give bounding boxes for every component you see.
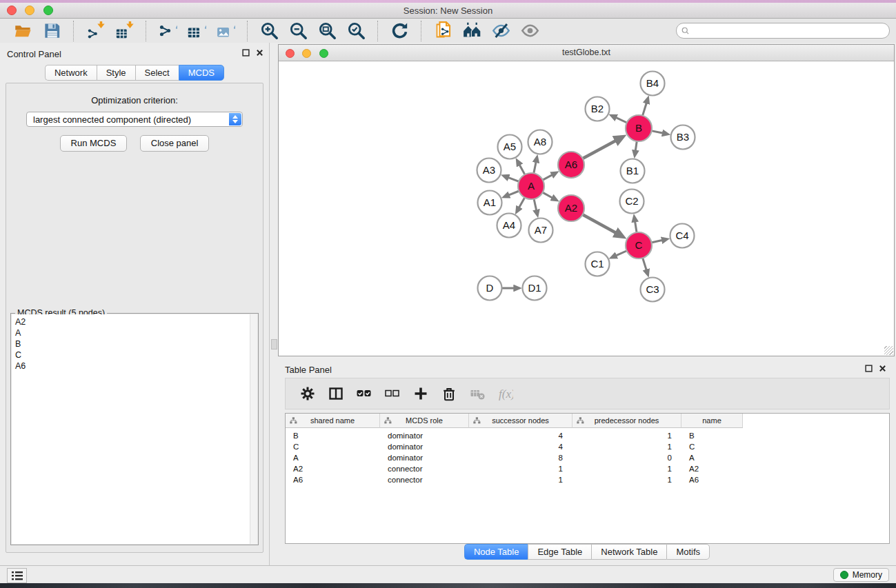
cell-MCDS-role[interactable]: connector (380, 476, 469, 484)
edge-C-C4[interactable] (652, 241, 662, 243)
tab-edge-table[interactable]: Edge Table (528, 544, 591, 560)
save-session-icon[interactable] (41, 21, 62, 41)
columns-icon[interactable] (328, 385, 344, 402)
edge-A6-B[interactable] (583, 141, 615, 158)
tab-mcds[interactable]: MCDS (179, 65, 224, 81)
tab-network[interactable]: Network (45, 65, 97, 81)
table-row[interactable]: Cdominator41C (286, 441, 889, 452)
result-node-b[interactable]: B (12, 338, 257, 349)
cell-predecessor-nodes[interactable]: 1 (573, 443, 681, 451)
add-icon[interactable] (412, 385, 429, 402)
export-image-icon[interactable] (215, 21, 236, 41)
result-node-c[interactable]: C (12, 349, 257, 361)
zoom-in-icon[interactable] (259, 21, 279, 41)
edge-A-A4[interactable] (519, 198, 525, 207)
column-header-MCDS-role[interactable]: MCDS role (380, 414, 469, 428)
edge-B-B1[interactable] (635, 141, 637, 150)
zoom-out-icon[interactable] (288, 21, 308, 41)
edge-B-B2[interactable] (616, 118, 626, 123)
zoom-selected-icon[interactable] (346, 21, 366, 41)
tab-style[interactable]: Style (97, 65, 135, 81)
cell-shared-name[interactable]: A6 (286, 476, 380, 484)
network-from-file-icon[interactable] (432, 21, 453, 41)
cell-shared-name[interactable]: B (286, 432, 380, 440)
hide-graphics-details-icon[interactable] (490, 21, 511, 41)
tab-network-table[interactable]: Network Table (591, 544, 666, 560)
cell-MCDS-role[interactable]: connector (380, 465, 469, 473)
edge-C-C1[interactable] (616, 251, 626, 256)
search-input[interactable] (693, 25, 885, 37)
network-canvas[interactable]: B4B2BB3A8A5A6A3B1AC2A1A2A4A7C4CC1C3DD1 (279, 61, 894, 356)
edge-C-C3[interactable] (643, 258, 646, 270)
edge-C-C2[interactable] (635, 222, 637, 232)
cell-name[interactable]: C (681, 443, 743, 451)
cell-shared-name[interactable]: C (286, 443, 380, 451)
tab-node-table[interactable]: Node Table (464, 544, 528, 560)
column-header-shared-name[interactable]: shared name (286, 414, 380, 428)
memory-button[interactable]: Memory (833, 568, 889, 582)
result-node-a6[interactable]: A6 (12, 361, 257, 372)
edge-A-A6[interactable] (543, 175, 552, 180)
export-table-icon[interactable] (186, 21, 207, 41)
vertical-divider-grip[interactable] (271, 339, 277, 349)
cell-successor-nodes[interactable]: 1 (469, 465, 573, 473)
edge-B-B3[interactable] (652, 131, 662, 133)
table-row[interactable]: A2connector11A2 (286, 463, 889, 474)
export-network-icon[interactable] (157, 21, 178, 41)
cell-name[interactable]: B (681, 432, 743, 440)
show-graphics-details-icon[interactable] (519, 21, 540, 41)
result-node-a[interactable]: A (12, 327, 257, 338)
column-header-predecessor-nodes[interactable]: predecessor nodes (573, 414, 681, 428)
close-panel-icon[interactable] (256, 49, 263, 57)
import-network-icon[interactable] (85, 21, 106, 41)
cell-shared-name[interactable]: A (286, 454, 380, 462)
result-node-a2[interactable]: A2 (12, 316, 257, 327)
zoom-fit-icon[interactable] (317, 21, 337, 41)
checked-pair-icon[interactable] (356, 385, 372, 402)
float-table-panel-icon[interactable] (865, 365, 873, 372)
table-row[interactable]: Bdominator41B (286, 430, 889, 441)
edge-A-A8[interactable] (534, 162, 536, 172)
float-panel-icon[interactable] (242, 49, 250, 57)
gear-icon[interactable] (299, 385, 316, 402)
open-session-icon[interactable] (12, 21, 33, 41)
cell-predecessor-nodes[interactable]: 0 (573, 454, 681, 462)
cell-name[interactable]: A6 (681, 476, 743, 484)
cell-successor-nodes[interactable]: 1 (469, 476, 573, 484)
cell-successor-nodes[interactable]: 4 (469, 443, 573, 451)
edge-A2-C[interactable] (583, 214, 615, 232)
refresh-icon[interactable] (389, 21, 410, 41)
edge-A-A2[interactable] (543, 192, 552, 197)
cell-MCDS-role[interactable]: dominator (380, 454, 469, 462)
edge-A-A7[interactable] (534, 199, 536, 210)
edge-A-A1[interactable] (509, 191, 519, 195)
close-table-panel-icon[interactable] (879, 365, 886, 372)
tab-motifs[interactable]: Motifs (666, 544, 710, 560)
table-row[interactable]: A6connector11A6 (286, 474, 889, 485)
edge-B-B4[interactable] (643, 103, 646, 116)
column-header-name[interactable]: name (681, 414, 743, 428)
cell-successor-nodes[interactable]: 8 (469, 454, 573, 462)
cell-shared-name[interactable]: A2 (286, 465, 380, 473)
cell-name[interactable]: A2 (681, 465, 743, 473)
trash-icon[interactable] (441, 385, 457, 402)
unchecked-pair-icon[interactable] (384, 385, 401, 402)
edge-A-A5[interactable] (519, 165, 524, 174)
cell-successor-nodes[interactable]: 4 (469, 432, 573, 440)
column-header-successor-nodes[interactable]: successor nodes (469, 414, 573, 428)
criterion-dropdown[interactable]: largest connected component (directed) (26, 112, 243, 127)
cell-MCDS-role[interactable]: dominator (380, 432, 469, 440)
close-panel-button[interactable]: Close panel (140, 135, 210, 152)
search-field[interactable] (676, 23, 890, 39)
result-scrollbar[interactable] (250, 314, 257, 544)
resize-grip-icon[interactable] (884, 346, 893, 355)
cell-name[interactable]: A (681, 454, 743, 462)
tab-select[interactable]: Select (135, 65, 179, 81)
edge-A-A3[interactable] (508, 178, 519, 182)
task-history-button[interactable] (7, 568, 27, 583)
table-row[interactable]: Adominator80A (286, 452, 889, 463)
home-icon[interactable] (461, 21, 482, 41)
cell-MCDS-role[interactable]: dominator (380, 443, 469, 451)
run-mcds-button[interactable]: Run MCDS (60, 135, 128, 152)
cell-predecessor-nodes[interactable]: 1 (573, 432, 681, 440)
